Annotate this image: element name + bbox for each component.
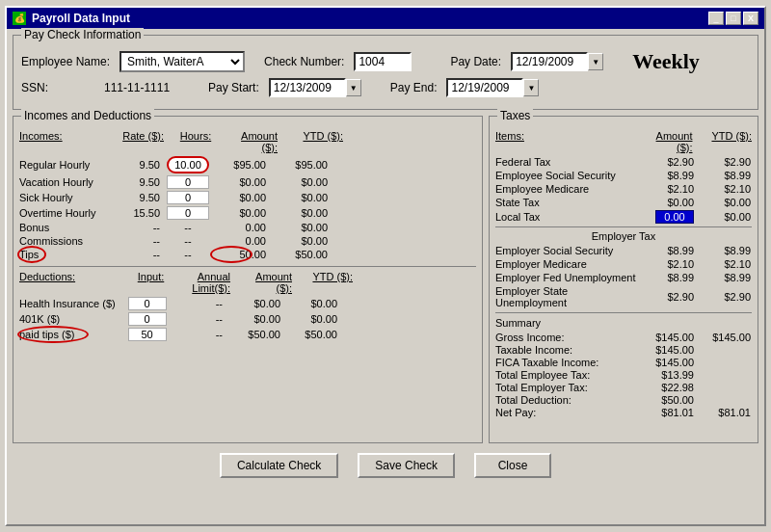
- pay-date-dropdown[interactable]: ▼: [588, 53, 603, 70]
- summary-fica-ytd: [698, 357, 751, 368]
- summary-title: Summary: [495, 317, 752, 329]
- income-tips-amount: 50.00: [212, 249, 270, 260]
- income-commissions-name: Commissions: [19, 235, 116, 247]
- tax-er-medicare-name: Employer Medicare: [495, 258, 640, 270]
- taxes-panel: Taxes Items: Amount ($): YTD ($): Federa…: [489, 116, 758, 443]
- income-regular-hours-input[interactable]: [167, 156, 209, 173]
- employee-select[interactable]: Smith, WaiterA: [120, 51, 245, 72]
- income-overtime-amount: $0.00: [212, 207, 270, 219]
- summary-gross-label: Gross Income:: [495, 332, 640, 343]
- pay-end-dropdown[interactable]: ▼: [523, 79, 539, 96]
- summary-deduction-amount: $50.00: [640, 394, 698, 406]
- tax-state-ytd: $0.00: [698, 197, 751, 208]
- tax-local-input[interactable]: [655, 210, 694, 224]
- income-row-commissions: Commissions -- -- 0.00 $0.00: [19, 235, 476, 247]
- summary-er-tax-amount: $22.98: [640, 382, 698, 393]
- deductions-col-ytd: YTD ($):: [300, 271, 353, 294]
- taxes-header: Items: Amount ($): YTD ($):: [495, 130, 752, 153]
- pay-end-input[interactable]: [446, 78, 523, 97]
- maximize-button[interactable]: □: [726, 12, 741, 25]
- tax-federal-name: Federal Tax: [495, 156, 640, 168]
- tax-emp-medicare-name: Employee Medicare: [495, 183, 640, 195]
- income-vacation-hours-input[interactable]: [167, 175, 209, 189]
- income-commissions-amount: 0.00: [212, 235, 270, 247]
- deduction-row-401k: 401K ($) -- $0.00 $0.00: [19, 312, 476, 326]
- summary-er-tax-label: Total Employer Tax:: [495, 382, 640, 393]
- tax-row-er-ss: Employer Social Security $8.99 $8.99: [495, 245, 752, 256]
- deduction-401k-input-wrap: [125, 312, 169, 326]
- income-bonus-rate: --: [116, 222, 164, 233]
- deduction-health-input[interactable]: [128, 297, 167, 310]
- close-window-button[interactable]: X: [743, 12, 758, 25]
- income-sick-hours-input[interactable]: [167, 191, 209, 204]
- deduction-tips-input[interactable]: [128, 328, 167, 341]
- summary-emp-tax-amount: $13.99: [640, 369, 698, 381]
- minimize-button[interactable]: _: [708, 12, 724, 25]
- tax-row-er-fed-unemp: Employer Fed Unemployment $8.99 $8.99: [495, 272, 752, 283]
- summary-fica-amount: $145.00: [640, 357, 698, 368]
- deductions-col-input: Input:: [129, 271, 173, 294]
- summary-taxable-label: Taxable Income:: [495, 344, 640, 356]
- tax-er-state-unemp-ytd: $2.90: [698, 291, 751, 303]
- title-bar-text: 💰 Payroll Data Input: [13, 12, 130, 25]
- summary-row-er-tax: Total Employer Tax: $22.98: [495, 382, 752, 393]
- summary-row-fica: FICA Taxable Income: $145.00: [495, 357, 752, 368]
- deduction-health-limit: --: [169, 298, 226, 309]
- tax-state-amount: $0.00: [640, 197, 698, 208]
- tax-emp-medicare-amount: $2.10: [640, 183, 698, 195]
- income-overtime-name: Overtime Hourly: [19, 207, 116, 219]
- income-row-regular: Regular Hourly 9.50 $95.00 $95.00: [19, 156, 476, 173]
- calculate-button[interactable]: Calculate Check: [220, 453, 338, 478]
- tax-er-state-unemp-name: Employer State Unemployment: [495, 285, 640, 308]
- deduction-tips-input-wrap: [125, 328, 169, 341]
- deduction-tips-amount: $50.00: [226, 329, 284, 340]
- employer-tax-header: Employer Tax: [495, 226, 752, 242]
- check-number-input[interactable]: [354, 52, 412, 71]
- tax-row-er-state-unemp: Employer State Unemployment $2.90 $2.90: [495, 285, 752, 308]
- summary-row-emp-tax: Total Employee Tax: $13.99: [495, 369, 752, 381]
- tax-er-ss-ytd: $8.99: [698, 245, 751, 256]
- save-button[interactable]: Save Check: [358, 453, 455, 478]
- summary-taxable-amount: $145.00: [640, 344, 698, 356]
- deduction-health-input-wrap: [125, 297, 169, 310]
- incomes-header: Incomes: Rate ($): Hours: Amount ($): YT…: [19, 130, 476, 153]
- tax-er-fed-unemp-amount: $8.99: [640, 272, 698, 283]
- income-commissions-rate: --: [116, 235, 164, 247]
- deduction-row-health: Health Insurance ($) -- $0.00 $0.00: [19, 297, 476, 310]
- summary-emp-tax-label: Total Employee Tax:: [495, 369, 640, 381]
- tax-row-local: Local Tax $0.00: [495, 210, 752, 224]
- main-window: 💰 Payroll Data Input _ □ X Pay Check Inf…: [5, 6, 766, 526]
- income-tips-ytd: $50.00: [270, 249, 328, 260]
- close-button[interactable]: Close: [474, 453, 551, 478]
- incomes-col-name: Incomes:: [19, 130, 116, 153]
- deduction-health-ytd: $0.00: [284, 298, 337, 309]
- income-row-vacation: Vacation Hourly 9.50 $0.00 $0.00: [19, 175, 476, 189]
- income-commissions-hours: --: [164, 235, 212, 247]
- ssn-label: SSN:: [21, 81, 48, 94]
- paycheck-row-2: SSN: 111-11-1111 Pay Start: ▼ Pay End: ▼: [21, 78, 750, 97]
- deduction-health-name: Health Insurance ($): [19, 298, 125, 309]
- main-panels: Incomes and Deductions Incomes: Rate ($)…: [13, 116, 758, 443]
- income-overtime-hours-input[interactable]: [167, 206, 209, 220]
- pay-start-dropdown[interactable]: ▼: [346, 79, 361, 96]
- pay-date-input[interactable]: [511, 52, 588, 71]
- income-tips-hours: --: [164, 249, 212, 260]
- pay-end-field: ▼: [446, 78, 539, 97]
- ssn-value: 111-11-1111: [104, 81, 170, 94]
- deduction-401k-input[interactable]: [128, 312, 167, 326]
- frequency-text: Weekly: [632, 49, 700, 74]
- tax-local-name: Local Tax: [495, 211, 640, 223]
- tax-federal-ytd: $2.90: [698, 156, 751, 168]
- income-vacation-hours: [164, 175, 212, 189]
- employee-label: Employee Name:: [21, 55, 110, 68]
- tax-er-medicare-amount: $2.10: [640, 258, 698, 270]
- tax-emp-ss-amount: $8.99: [640, 170, 698, 181]
- income-regular-name: Regular Hourly: [19, 159, 116, 171]
- tax-er-ss-amount: $8.99: [640, 245, 698, 256]
- income-sick-hours: [164, 191, 212, 204]
- pay-start-input[interactable]: [269, 78, 346, 97]
- tax-er-fed-unemp-name: Employer Fed Unemployment: [495, 272, 640, 283]
- deduction-health-amount: $0.00: [226, 298, 284, 309]
- pay-date-field: ▼: [511, 52, 603, 71]
- summary-gross-amount: $145.00: [640, 332, 698, 343]
